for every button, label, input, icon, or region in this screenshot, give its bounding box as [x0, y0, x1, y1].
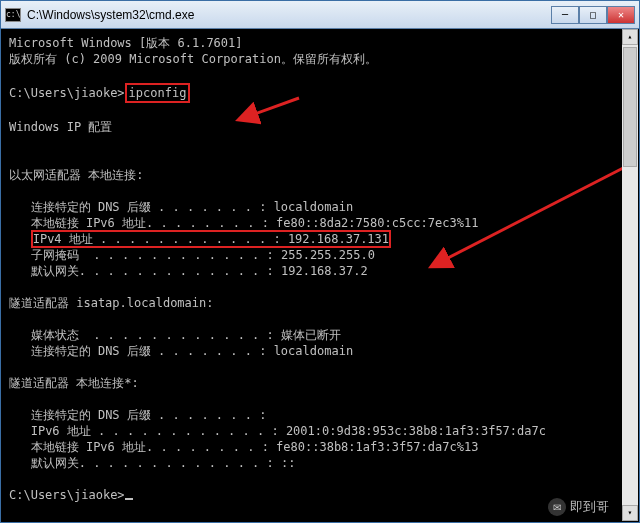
row-label: IPv4 地址	[33, 232, 93, 246]
adapter2-header: 隧道适配器 isatap.localdomain:	[9, 296, 214, 310]
adapter3-header: 隧道适配器 本地连接*:	[9, 376, 139, 390]
row-value: fe80::38b8:1af3:3f57:da7c%13	[269, 440, 479, 454]
row-value: 192.168.37.131	[281, 232, 389, 246]
row-label: IPv6 地址	[31, 424, 91, 438]
row-label: 连接特定的 DNS 后缀	[31, 344, 151, 358]
row-value: 192.168.37.2	[274, 264, 368, 278]
prompt-path-2: C:\Users\jiaoke>	[9, 488, 125, 502]
close-button[interactable]: ✕	[607, 6, 635, 24]
titlebar: c:\ C:\Windows\system32\cmd.exe ─ □ ✕	[1, 1, 639, 29]
terminal-output[interactable]: Microsoft Windows [版本 6.1.7601] 版权所有 (c)…	[1, 29, 639, 522]
scrollbar[interactable]: ▴ ▾	[622, 29, 638, 521]
header-line1: Microsoft Windows [版本 6.1.7601]	[9, 36, 243, 50]
wechat-icon: ✉	[548, 498, 566, 516]
svg-line-1	[252, 98, 299, 115]
svg-line-3	[444, 165, 629, 260]
scroll-down-button[interactable]: ▾	[622, 505, 638, 521]
row-value: ::	[274, 456, 296, 470]
row-label: 本地链接 IPv6 地址	[31, 440, 146, 454]
row-label: 媒体状态	[31, 328, 79, 342]
row-label: 默认网关	[31, 264, 79, 278]
scroll-up-button[interactable]: ▴	[622, 29, 638, 45]
row-label: 连接特定的 DNS 后缀	[31, 408, 151, 422]
maximize-button[interactable]: □	[579, 6, 607, 24]
window-buttons: ─ □ ✕	[551, 6, 635, 24]
command-text: ipconfig	[129, 86, 187, 100]
row-label: 连接特定的 DNS 后缀	[31, 200, 151, 214]
watermark-text: 即到哥	[570, 498, 609, 516]
minimize-button[interactable]: ─	[551, 6, 579, 24]
watermark: ✉ 即到哥	[548, 498, 609, 516]
row-value: fe80::8da2:7580:c5cc:7ec3%11	[269, 216, 479, 230]
row-value: 2001:0:9d38:953c:38b8:1af3:3f57:da7c	[279, 424, 546, 438]
scroll-thumb[interactable]	[623, 47, 637, 167]
row-value: 媒体已断开	[274, 328, 341, 342]
cmd-window: c:\ C:\Windows\system32\cmd.exe ─ □ ✕ Mi…	[0, 0, 640, 523]
ipconfig-title: Windows IP 配置	[9, 120, 112, 134]
row-label: 默认网关	[31, 456, 79, 470]
row-value: localdomain	[266, 200, 353, 214]
row-label: 子网掩码	[31, 248, 79, 262]
header-line2: 版权所有 (c) 2009 Microsoft Corporation。保留所有…	[9, 52, 377, 66]
prompt-path-1: C:\Users\jiaoke>	[9, 86, 125, 100]
row-value: localdomain	[266, 344, 353, 358]
adapter1-header: 以太网适配器 本地连接:	[9, 168, 143, 182]
command-highlight: ipconfig	[125, 83, 191, 103]
cursor	[125, 498, 133, 500]
row-label: 本地链接 IPv6 地址	[31, 216, 146, 230]
cmd-icon: c:\	[5, 8, 21, 22]
row-value: 255.255.255.0	[274, 248, 375, 262]
ipv4-highlight: IPv4 地址 . . . . . . . . . . . . : 192.16…	[31, 230, 391, 248]
window-title: C:\Windows\system32\cmd.exe	[27, 8, 551, 22]
annotation-arrow-1	[201, 77, 304, 143]
